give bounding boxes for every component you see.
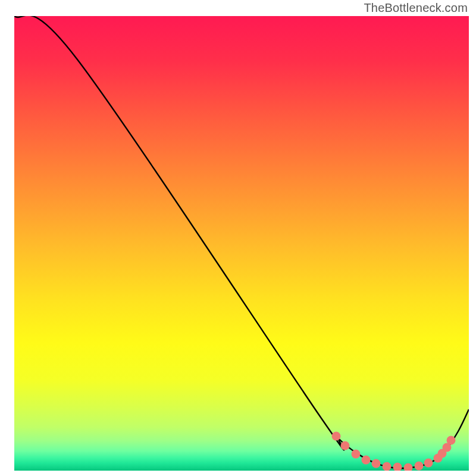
chart-container: { "attribution": "TheBottleneck.com", "c… [0,0,476,476]
attribution-text: TheBottleneck.com [364,1,468,15]
curve-marker [404,464,413,472]
plot-background [14,16,469,471]
curve-marker [393,463,402,472]
curve-marker [372,459,381,468]
curve-marker [341,441,350,450]
curve-marker [362,456,371,465]
curve-marker [383,462,392,471]
curve-marker [352,450,361,459]
curve-marker [332,432,341,441]
curve-marker [447,436,456,445]
curve-marker [424,459,433,468]
bottleneck-chart [0,0,476,476]
curve-marker [415,462,424,471]
